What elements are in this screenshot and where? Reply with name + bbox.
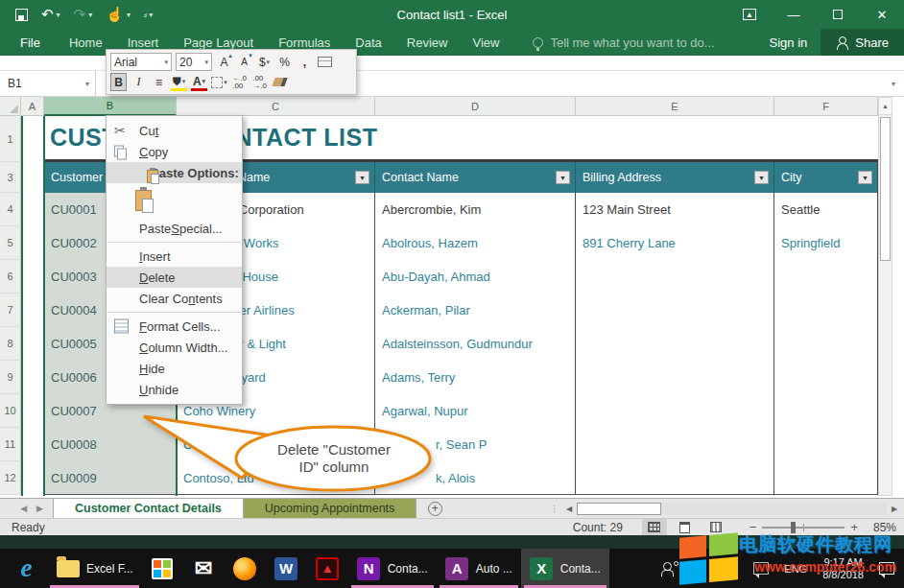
decrease-font-size-button[interactable]: A (236, 53, 252, 71)
menu-item-unhide[interactable]: Unhide (107, 379, 242, 400)
menu-item-clear-contents[interactable]: Clear Contents (107, 288, 242, 309)
cut-icon (114, 123, 126, 138)
menu-item-delete[interactable]: Delete (107, 267, 242, 288)
increase-font-size-button[interactable]: A (216, 53, 232, 71)
excel-window: ↶▾ ↷▾ ☝▾ ⸗▾ Contact list1 - Excel ▲ — ✕ … (0, 0, 904, 588)
merge-center-icon[interactable] (317, 53, 333, 71)
menu-item-copy[interactable]: Copy (107, 141, 242, 162)
menu-item-paste-special[interactable]: Paste Special... (107, 218, 242, 239)
font-color-button[interactable]: A▾ (191, 73, 207, 91)
menu-separator (107, 242, 241, 243)
callout-text: Delete "Customer ID" column (251, 441, 416, 476)
paste-icon (147, 170, 158, 183)
mini-toolbar: Arial▾ 20▾ A A $▾ % , B I ≡ ⛊▾ A▾ ▾ ←.0.… (106, 49, 357, 95)
font-size-select[interactable]: 20▾ (176, 53, 212, 71)
menu-item-format-cells[interactable]: Format Cells... (107, 316, 242, 337)
menu-item-column-width[interactable]: Column Width... (107, 337, 242, 358)
menu-item-insert[interactable]: Insert (107, 246, 242, 267)
center-align-button[interactable]: ≡ (151, 73, 167, 91)
menu-separator (107, 312, 241, 313)
increase-decimal-button[interactable]: ←.0.00 (231, 73, 248, 91)
menu-item-paste-keep-source-formatting[interactable] (107, 183, 242, 218)
italic-button[interactable]: I (131, 73, 147, 91)
menu-item-cut[interactable]: Cut (107, 120, 242, 141)
menu-item-hide[interactable]: Hide (107, 358, 242, 379)
menu-item-paste-options[interactable]: Paste Options: (107, 162, 242, 183)
fill-color-button[interactable]: ⛊▾ (171, 73, 187, 91)
bold-button[interactable]: B (110, 73, 127, 91)
format-cells-icon (114, 319, 129, 334)
borders-button[interactable]: ▾ (211, 73, 227, 91)
context-menu: CutCopyPaste Options:Paste Special...Ins… (106, 115, 243, 405)
font-name-select[interactable]: Arial▾ (110, 53, 172, 71)
percent-style-button[interactable]: % (276, 53, 293, 71)
accounting-format-button[interactable]: $▾ (256, 53, 273, 71)
copy-icon (114, 146, 125, 158)
format-painter-icon[interactable] (272, 73, 288, 91)
decrease-decimal-button[interactable]: .00→.0 (251, 73, 268, 91)
comma-style-button[interactable]: , (297, 53, 313, 71)
paste-icon (135, 190, 152, 211)
